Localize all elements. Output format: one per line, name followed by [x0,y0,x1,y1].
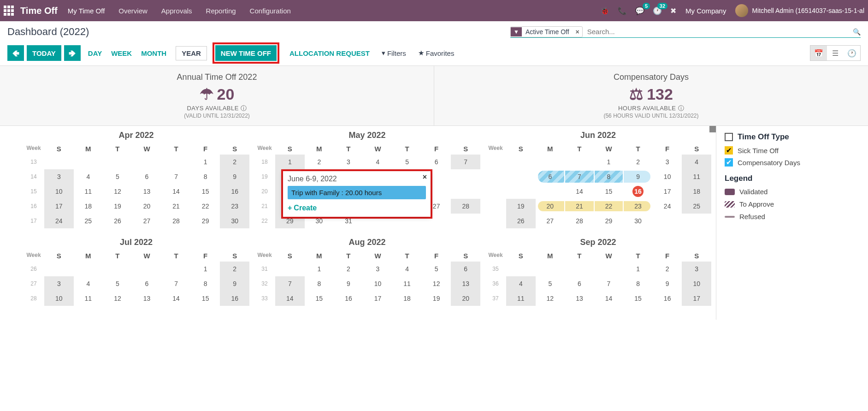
day-cell[interactable]: 3 [363,262,393,276]
day-cell[interactable]: 5 [103,169,132,184]
day-cell[interactable]: 16 [653,291,682,306]
search-input[interactable] [585,26,853,37]
day-cell[interactable]: 5 [103,276,132,291]
day-cell[interactable]: 9 [653,276,682,291]
day-cell[interactable]: 4 [506,276,536,291]
close-icon[interactable]: × [423,173,427,181]
type-sick[interactable]: ✔ Sick Time Off [725,146,860,155]
day-cell[interactable]: 28 [451,199,480,214]
day-cell[interactable]: 18 [74,199,103,214]
search-facet-active-timeoff[interactable]: ▼ Active Time Off × [510,26,583,37]
popover-create[interactable]: +Create [288,204,426,212]
day-cell[interactable]: 2 [220,155,249,169]
bug-icon[interactable]: 🐞 [600,6,609,15]
day-cell[interactable]: 15 [191,184,220,199]
apps-icon[interactable] [4,6,14,16]
day-cell[interactable]: 25 [74,214,103,228]
day-cell[interactable]: 8 [191,276,220,291]
day-cell[interactable]: 7 [594,276,624,291]
day-cell[interactable]: 10 [44,291,74,306]
day-cell[interactable]: 6 [132,169,162,184]
day-cell[interactable]: 2 [623,155,653,169]
day-today[interactable]: 16 [623,184,653,199]
popover-event[interactable]: Trip with Family : 20.00 hours [288,186,426,199]
day-cell[interactable]: 5 [392,155,422,169]
day-cell[interactable]: 2 [334,262,363,276]
day-cell[interactable]: 15 [594,184,624,199]
day-cell[interactable]: 12 [103,291,132,306]
day-cell[interactable]: 15 [305,291,334,306]
checkbox-sick[interactable]: ✔ [725,146,733,155]
day-cell[interactable]: 7 [161,169,191,184]
day-cell[interactable]: 2 [220,262,249,276]
view-year[interactable]: YEAR [176,46,207,60]
facet-remove[interactable]: × [573,28,582,36]
day-cell[interactable]: 16 [334,291,363,306]
day-cell[interactable]: 4 [682,155,711,169]
day-cell[interactable]: 29 [594,214,624,228]
nav-overview[interactable]: Overview [118,7,148,15]
day-cell[interactable]: 20 [536,199,565,214]
nav-my-time-off[interactable]: My Time Off [68,7,105,15]
day-cell[interactable]: 25 [682,199,711,214]
day-cell[interactable]: 27 [536,214,565,228]
day-cell[interactable]: 11 [74,184,103,199]
day-cell[interactable]: 6 [422,155,451,169]
day-cell[interactable]: 3 [682,262,711,276]
day-cell[interactable]: 8 [623,276,653,291]
day-cell[interactable]: 1 [191,155,220,169]
day-cell[interactable]: 5 [422,262,451,276]
day-cell[interactable]: 13 [451,276,480,291]
day-cell[interactable]: 7 [565,169,594,184]
company-switcher[interactable]: My Company [685,7,726,15]
day-cell[interactable]: 18 [392,291,422,306]
day-cell[interactable]: 8 [305,276,334,291]
day-cell[interactable]: 14 [161,184,191,199]
day-cell[interactable]: 1 [191,262,220,276]
day-cell[interactable]: 1 [594,155,624,169]
nav-approvals[interactable]: Approvals [161,7,192,15]
day-cell[interactable]: 9 [220,276,249,291]
day-cell[interactable]: 20 [132,199,162,214]
search-bar[interactable]: ▼ Active Time Off × 🔍 [510,26,861,38]
help-icon[interactable]: ⓘ [241,105,247,112]
day-cell[interactable]: 15 [623,291,653,306]
nav-configuration[interactable]: Configuration [250,7,291,15]
prev-button[interactable]: 🡸 [7,45,24,61]
list-view-icon[interactable]: ☰ [827,46,844,60]
day-cell[interactable]: 7 [275,276,305,291]
day-cell[interactable]: 24 [44,214,74,228]
today-button[interactable]: TODAY [27,45,61,61]
activity-view-icon[interactable]: 🕐 [844,46,860,60]
day-cell[interactable]: 17 [653,184,682,199]
day-cell[interactable]: 3 [44,276,74,291]
day-cell[interactable]: 8 [191,169,220,184]
day-cell[interactable]: 13 [132,291,162,306]
calendar-view-icon[interactable]: 📅 [810,46,827,60]
day-cell[interactable]: 19 [103,199,132,214]
day-cell[interactable]: 29 [191,214,220,228]
day-cell[interactable]: 3 [653,155,682,169]
day-cell[interactable]: 10 [44,184,74,199]
day-cell[interactable]: 9 [334,276,363,291]
view-week[interactable]: WEEK [111,49,132,57]
day-cell[interactable]: 16 [220,291,249,306]
day-cell[interactable]: 14 [275,291,305,306]
view-month[interactable]: MONTH [141,49,166,57]
day-cell[interactable]: 19 [506,199,536,214]
day-cell[interactable]: 13 [565,291,594,306]
day-cell[interactable]: 1 [275,155,305,169]
day-cell[interactable]: 4 [363,155,393,169]
day-cell[interactable]: 23 [623,199,653,214]
day-cell[interactable]: 12 [536,291,565,306]
day-cell[interactable]: 12 [103,184,132,199]
day-cell[interactable]: 6 [565,276,594,291]
day-cell[interactable]: 28 [161,214,191,228]
view-day[interactable]: DAY [88,49,102,57]
next-button[interactable]: 🡺 [64,45,81,61]
day-cell[interactable]: 2 [305,155,334,169]
help-icon[interactable]: ⓘ [678,105,685,112]
day-cell[interactable]: 11 [506,291,536,306]
day-cell[interactable]: 19 [422,291,451,306]
time-off-type-header[interactable]: Time Off Type [725,132,860,142]
